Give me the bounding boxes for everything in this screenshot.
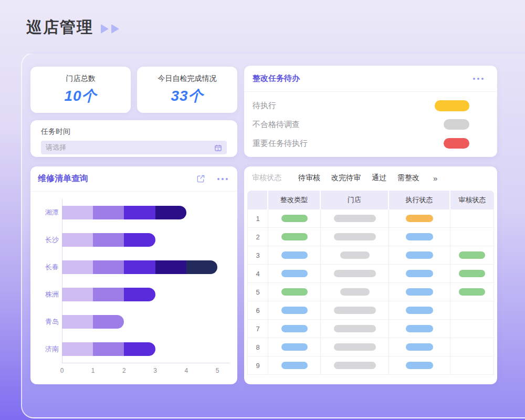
table-row[interactable]: 3 xyxy=(247,246,494,265)
table-cell: 1 xyxy=(247,209,268,227)
repair-bar-chart: 湘潭长沙长春株洲青岛济南 012345 xyxy=(38,199,230,363)
filter-option[interactable]: 通过 xyxy=(372,173,386,183)
table-row[interactable]: 7 xyxy=(247,320,494,338)
table-cell xyxy=(450,320,494,338)
table-cell xyxy=(450,283,494,301)
play-icons xyxy=(101,24,119,34)
table-cell xyxy=(321,301,389,319)
bar-segment xyxy=(62,342,93,356)
stat-value: 10个 xyxy=(64,86,97,106)
stacked-bar[interactable] xyxy=(62,342,155,356)
status-pill xyxy=(281,362,308,369)
table-row[interactable]: 6 xyxy=(247,301,494,320)
status-pill xyxy=(281,215,308,222)
todo-status-pill xyxy=(444,119,469,130)
chart-bar-row: 青岛 xyxy=(38,308,230,335)
task-time-placeholder: 请选择 xyxy=(46,143,214,152)
filter-option[interactable]: 需整改 xyxy=(397,173,419,183)
bar-segment xyxy=(124,342,155,356)
status-pill xyxy=(334,215,376,222)
status-pill xyxy=(406,233,433,240)
bar-segment xyxy=(124,288,155,301)
calendar-icon[interactable]: 1 xyxy=(214,144,222,152)
status-pill xyxy=(340,251,370,259)
bar-segment xyxy=(155,260,186,274)
table-row[interactable]: 9 xyxy=(247,356,494,375)
chart-x-tick-label: 1 xyxy=(91,367,95,374)
chart-bar-row: 湘潭 xyxy=(38,199,230,226)
chart-y-axis xyxy=(62,199,62,363)
table-cell xyxy=(268,228,321,246)
table-cell xyxy=(321,338,389,356)
table-cell xyxy=(389,301,450,319)
dashboard-panel: 门店总数 10个 今日自检完成情况 33个 任务时间 请选择 1 整改任务待办 xyxy=(21,52,525,418)
bar-segment xyxy=(62,288,93,301)
status-pill xyxy=(459,288,485,296)
status-pill xyxy=(334,325,376,332)
page-title: 巡店管理 xyxy=(26,17,93,38)
table-cell xyxy=(268,283,321,301)
todo-item[interactable]: 不合格待调查 xyxy=(244,115,497,134)
play-icon xyxy=(111,24,119,34)
table-cell xyxy=(268,209,321,227)
row-number: 9 xyxy=(256,362,259,370)
status-pill xyxy=(281,270,308,277)
row-number: 4 xyxy=(256,270,259,278)
table-cell xyxy=(450,356,494,374)
stat-label: 门店总数 xyxy=(66,74,96,83)
table-row[interactable]: 1 xyxy=(247,209,494,228)
filter-more-chevron[interactable]: » xyxy=(433,174,437,183)
task-time-card: 任务时间 请选择 1 xyxy=(30,120,237,157)
table-cell xyxy=(450,228,494,246)
more-options-icon[interactable] xyxy=(473,78,484,80)
stacked-bar[interactable] xyxy=(62,260,217,274)
stacked-bar[interactable] xyxy=(62,206,186,219)
stacked-bar[interactable] xyxy=(62,288,155,301)
status-pill xyxy=(459,270,485,277)
table-row[interactable]: 4 xyxy=(247,265,494,283)
table-cell: 6 xyxy=(247,301,268,319)
bar-segment xyxy=(93,315,124,329)
table-cell xyxy=(389,246,450,264)
status-pill xyxy=(281,251,308,259)
table-cell: 2 xyxy=(247,228,268,246)
table-cell xyxy=(268,338,321,356)
status-pill xyxy=(340,288,370,296)
review-table: 整改类型门店执行状态审核状态 123456789 xyxy=(247,191,494,375)
table-cell xyxy=(321,265,389,282)
task-time-label: 任务时间 xyxy=(41,127,227,136)
status-pill xyxy=(334,362,376,369)
table-cell xyxy=(450,209,494,227)
bar-segment xyxy=(124,260,155,274)
status-pill xyxy=(406,307,433,314)
table-cell xyxy=(389,338,450,356)
todo-item[interactable]: 待执行 xyxy=(244,96,497,115)
status-pill xyxy=(334,307,376,314)
chart-x-axis xyxy=(62,363,230,363)
bar-segment xyxy=(93,342,124,356)
table-row[interactable]: 5 xyxy=(247,283,494,301)
more-options-icon[interactable] xyxy=(217,178,228,180)
stat-label: 今日自检完成情况 xyxy=(158,74,217,83)
stat-card-store-total: 门店总数 10个 xyxy=(30,67,131,113)
bar-segment xyxy=(93,288,124,301)
todo-card: 整改任务待办 待执行不合格待调查重要任务待执行 xyxy=(244,66,497,157)
stacked-bar[interactable] xyxy=(62,315,124,329)
status-pill xyxy=(281,325,308,332)
todo-item[interactable]: 重要任务待执行 xyxy=(244,134,497,153)
status-pill xyxy=(459,251,485,259)
status-pill xyxy=(281,233,308,240)
chart-x-tick-label: 4 xyxy=(184,367,188,374)
filter-option[interactable]: 改完待审 xyxy=(331,173,361,183)
todo-status-pill xyxy=(435,100,469,111)
filter-label: 审核状态 xyxy=(252,173,281,183)
chart-x-tick-label: 3 xyxy=(153,367,157,374)
filter-option[interactable]: 待审核 xyxy=(298,173,320,183)
table-cell xyxy=(450,338,494,356)
stacked-bar[interactable] xyxy=(62,233,155,247)
table-row[interactable]: 2 xyxy=(247,228,494,246)
export-icon[interactable] xyxy=(196,174,206,184)
table-cell: 9 xyxy=(247,356,268,374)
task-time-picker[interactable]: 请选择 1 xyxy=(41,141,227,154)
table-row[interactable]: 8 xyxy=(247,338,494,356)
